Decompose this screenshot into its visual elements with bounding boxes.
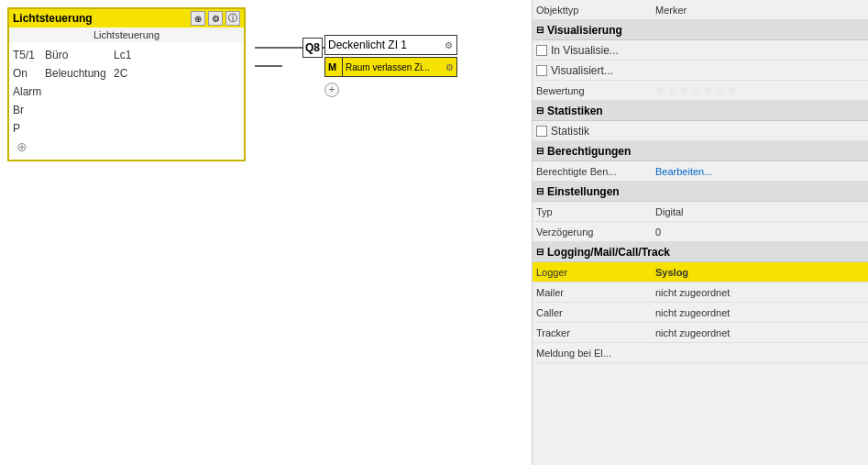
star-4[interactable]: ☆ — [691, 84, 701, 97]
module-col3-t5: Lc1 — [114, 49, 141, 61]
prop-row-objekttyp: Objekttyp Merker — [533, 0, 868, 20]
prop-row-statistik: Statistik — [533, 121, 868, 141]
prop-value-typ: Digital — [655, 206, 864, 217]
m-label: M — [328, 58, 343, 76]
raum-label: Raum verlassen Zi... — [346, 62, 445, 72]
section-visualisierung[interactable]: ⊟ Visualisierung — [533, 20, 868, 40]
prop-row-mailer: Mailer nicht zugeordnet — [533, 282, 868, 303]
prop-value-verzoegerung: 0 — [655, 227, 864, 238]
section-statistiken[interactable]: ⊟ Statistiken — [533, 101, 868, 121]
star-7[interactable]: ☆ — [727, 84, 737, 97]
star-3[interactable]: ☆ — [679, 84, 689, 97]
section-logging[interactable]: ⊟ Logging/Mail/Call/Track — [533, 242, 868, 262]
section-berechtigungen-label: Berechtigungen — [547, 145, 631, 158]
prop-row-bewertung: Bewertung ☆ ☆ ☆ ☆ ☆ ☆ ☆ — [533, 81, 868, 101]
module-content: T5/1 Büro Lc1 On Beleuchtung 2C Alarm Br… — [9, 42, 244, 160]
prop-row-berechtigte: Berechtigte Ben... Bearbeiten... — [533, 161, 868, 182]
prop-value-caller: nicht zugeordnet — [655, 307, 864, 318]
prop-row-caller: Caller nicht zugeordnet — [533, 303, 868, 323]
module-col2-t5: Büro — [45, 49, 114, 61]
prop-value-berechtigte[interactable]: Bearbeiten... — [655, 166, 864, 177]
section-berechtigungen[interactable]: ⊟ Berechtigungen — [533, 141, 868, 161]
section-einstellungen-label: Einstellungen — [547, 185, 620, 198]
checkbox-statistik-box[interactable] — [536, 126, 547, 137]
prop-value-objekttyp: Merker — [655, 5, 864, 16]
prop-label-statistik: Statistik — [536, 125, 655, 138]
add-block-button[interactable]: + — [324, 83, 339, 97]
section-statistiken-label: Statistiken — [547, 105, 603, 117]
m-block[interactable]: M Raum verlassen Zi... ⚙ — [324, 57, 457, 77]
prop-value-mailer: nicht zugeordnet — [655, 287, 864, 298]
module-col3-on: 2C — [114, 67, 141, 80]
module-row-alarm: Alarm — [13, 83, 240, 101]
prop-label-berechtigte: Berechtigte Ben... — [536, 166, 655, 177]
module-col1-on: On — [13, 67, 45, 80]
section-logging-label: Logging/Mail/Call/Track — [547, 246, 670, 259]
decken-label: Deckenlicht ZI 1 — [328, 39, 407, 51]
module-col1-t5: T5/1 — [13, 49, 45, 61]
prop-row-logger: Logger Syslog — [533, 262, 868, 282]
module-col2-on: Beleuchtung — [45, 67, 114, 80]
prop-label-bewertung: Bewertung — [536, 85, 655, 96]
star-1[interactable]: ☆ — [655, 84, 665, 97]
prop-value-tracker: nicht zugeordnet — [655, 327, 864, 338]
collapse-visualisierung-icon[interactable]: ⊟ — [536, 25, 544, 35]
module-row-br: Br — [13, 101, 240, 119]
properties-panel: Objekttyp Merker ⊟ Visualisierung In Vis… — [532, 0, 868, 465]
prop-row-meldung: Meldung bei El... — [533, 343, 868, 363]
checkbox-visualisiert[interactable]: Visualisiert... — [536, 64, 655, 77]
prop-row-typ: Typ Digital — [533, 202, 868, 222]
decken-block[interactable]: Deckenlicht ZI 1 ⚙ — [324, 35, 457, 55]
module-row-t5: T5/1 Büro Lc1 — [13, 46, 240, 64]
collapse-logging-icon[interactable]: ⊟ — [536, 247, 544, 257]
module-header: Lichtsteuerung ⊕ ⚙ ⓘ — [9, 9, 244, 28]
star-5[interactable]: ☆ — [703, 84, 713, 97]
diagram-area: Lichtsteuerung ⊕ ⚙ ⓘ Lichtsteuerung T5/1… — [0, 0, 532, 465]
prop-label-in-visualisie: In Visualisie... — [536, 44, 655, 57]
m-settings-icon[interactable]: ⚙ — [445, 62, 454, 72]
prop-row-visualisiert: Visualisiert... — [533, 61, 868, 81]
prop-label-objekttyp: Objekttyp — [536, 5, 655, 16]
module-row-p: P — [13, 119, 240, 138]
section-einstellungen[interactable]: ⊟ Einstellungen — [533, 182, 868, 202]
prop-label-typ: Typ — [536, 206, 655, 217]
collapse-statistiken-icon[interactable]: ⊟ — [536, 105, 544, 116]
module-header-icons: ⊕ ⚙ ⓘ — [191, 11, 240, 26]
prop-row-tracker: Tracker nicht zugeordnet — [533, 323, 868, 343]
collapse-berechtigungen-icon[interactable]: ⊟ — [536, 146, 544, 156]
prop-value-logger: Syslog — [655, 267, 864, 278]
add-module-icon[interactable]: ⊕ — [191, 11, 205, 26]
module-row-on: On Beleuchtung 2C — [13, 64, 240, 83]
star-6[interactable]: ☆ — [715, 84, 725, 97]
prop-label-verzoegerung: Verzögerung — [536, 227, 655, 238]
prop-value-bewertung: ☆ ☆ ☆ ☆ ☆ ☆ ☆ — [655, 84, 864, 97]
checkbox-in-visualisie-box[interactable] — [536, 45, 547, 56]
collapse-einstellungen-icon[interactable]: ⊟ — [536, 186, 544, 196]
prop-row-in-visualisie: In Visualisie... — [533, 40, 868, 61]
prop-label-tracker: Tracker — [536, 327, 655, 338]
module-add-button[interactable]: ⊕ — [13, 138, 240, 156]
settings-module-icon[interactable]: ⚙ — [208, 11, 223, 26]
prop-label-mailer: Mailer — [536, 287, 655, 298]
checkbox-statistik[interactable]: Statistik — [536, 125, 655, 138]
section-visualisierung-label: Visualisierung — [547, 24, 622, 37]
prop-label-meldung: Meldung bei El... — [536, 348, 655, 359]
module-box: Lichtsteuerung ⊕ ⚙ ⓘ Lichtsteuerung T5/1… — [7, 7, 246, 161]
star-2[interactable]: ☆ — [667, 84, 677, 97]
checkbox-visualisiert-box[interactable] — [536, 65, 547, 76]
prop-row-verzoegerung: Verzögerung 0 — [533, 222, 868, 242]
prop-label-caller: Caller — [536, 307, 655, 318]
module-col1-p: P — [13, 122, 45, 135]
checkbox-in-visualisie[interactable]: In Visualisie... — [536, 44, 655, 57]
prop-label-visualisiert: Visualisiert... — [536, 64, 655, 77]
module-sub-header: Lichtsteuerung — [9, 28, 244, 42]
module-col1-alarm: Alarm — [13, 85, 45, 98]
module-col1-br: Br — [13, 104, 45, 116]
module-title: Lichtsteuerung — [13, 12, 93, 25]
decken-settings-icon[interactable]: ⚙ — [443, 39, 454, 50]
info-module-icon[interactable]: ⓘ — [225, 11, 240, 26]
q8-block[interactable]: Q8 — [302, 38, 323, 58]
prop-label-logger: Logger — [536, 267, 655, 278]
